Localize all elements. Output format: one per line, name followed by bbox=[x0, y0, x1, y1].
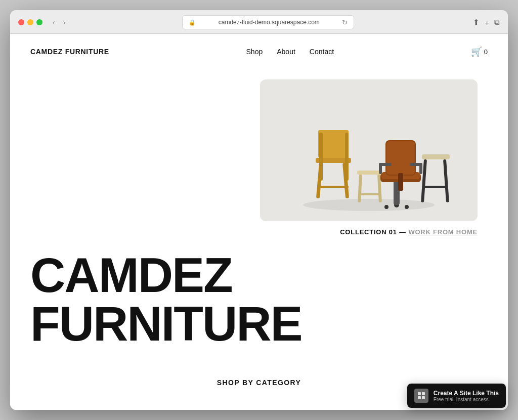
svg-rect-26 bbox=[419, 163, 422, 174]
svg-point-1 bbox=[303, 199, 435, 211]
svg-rect-13 bbox=[359, 193, 380, 195]
big-headline: CAMDEZ FURNITURE bbox=[30, 251, 488, 348]
page-content: CAMDEZ FURNITURE Shop About Contact 🛒 0 bbox=[10, 34, 508, 410]
cart-count: 0 bbox=[484, 48, 488, 56]
svg-rect-32 bbox=[422, 392, 425, 395]
nav-shop[interactable]: Shop bbox=[246, 48, 263, 56]
svg-rect-33 bbox=[418, 396, 421, 399]
lock-icon: 🔒 bbox=[189, 19, 196, 26]
cart-button[interactable]: 🛒 0 bbox=[471, 46, 488, 57]
share-icon[interactable]: ⬆ bbox=[473, 18, 480, 27]
squarespace-logo bbox=[414, 389, 428, 403]
new-tab-icon[interactable]: + bbox=[485, 18, 489, 27]
maximize-button[interactable] bbox=[36, 19, 42, 25]
squarespace-sub-text: Free trial. Instant access. bbox=[434, 397, 499, 402]
svg-rect-31 bbox=[418, 392, 421, 395]
forward-button[interactable]: › bbox=[61, 17, 68, 27]
browser-actions: ⬆ + ⧉ bbox=[473, 18, 500, 27]
svg-rect-34 bbox=[422, 396, 425, 399]
svg-rect-30 bbox=[424, 186, 447, 188]
back-button[interactable]: ‹ bbox=[51, 17, 57, 27]
svg-rect-25 bbox=[379, 163, 382, 174]
duplicate-tab-icon[interactable]: ⧉ bbox=[494, 18, 500, 27]
svg-point-15 bbox=[384, 205, 388, 209]
svg-point-16 bbox=[405, 205, 409, 209]
nav-about[interactable]: About bbox=[277, 48, 295, 56]
collection-section: COLLECTION 01 — WORK FROM HOME bbox=[30, 79, 488, 236]
close-button[interactable] bbox=[18, 19, 24, 25]
browser-chrome: ‹ › 🔒 camdez-fluid-demo.squarespace.com … bbox=[10, 10, 508, 34]
address-bar: 🔒 camdez-fluid-demo.squarespace.com ↻ bbox=[73, 15, 463, 29]
svg-rect-27 bbox=[422, 154, 450, 159]
address-bar-input[interactable]: 🔒 camdez-fluid-demo.squarespace.com ↻ bbox=[182, 15, 354, 29]
squarespace-text-block: Create A Site Like This Free trial. Inst… bbox=[434, 390, 499, 402]
collection-label: COLLECTION 01 — WORK FROM HOME bbox=[340, 228, 478, 236]
traffic-lights bbox=[18, 19, 42, 25]
svg-rect-22 bbox=[398, 173, 403, 191]
squarespace-banner[interactable]: Create A Site Like This Free trial. Inst… bbox=[407, 384, 506, 408]
reload-button[interactable]: ↻ bbox=[342, 19, 348, 26]
squarespace-main-text: Create A Site Like This bbox=[434, 390, 499, 397]
site-logo[interactable]: CAMDEZ FURNITURE bbox=[30, 48, 109, 56]
browser-window: ‹ › 🔒 camdez-fluid-demo.squarespace.com … bbox=[10, 10, 508, 410]
nav-contact[interactable]: Contact bbox=[310, 48, 334, 56]
minimize-button[interactable] bbox=[27, 19, 33, 25]
main-content: COLLECTION 01 — WORK FROM HOME CAMDEZ FU… bbox=[10, 69, 508, 410]
browser-controls: ‹ › bbox=[51, 17, 67, 27]
chairs-illustration bbox=[260, 79, 478, 221]
collection-label-prefix: COLLECTION 01 — bbox=[340, 228, 408, 236]
collection-image[interactable] bbox=[260, 79, 478, 221]
svg-rect-10 bbox=[357, 171, 382, 175]
collection-label-link[interactable]: WORK FROM HOME bbox=[408, 228, 478, 236]
svg-rect-21 bbox=[386, 141, 415, 175]
site-nav: Shop About Contact bbox=[246, 48, 334, 56]
svg-rect-9 bbox=[319, 186, 349, 188]
site-header: CAMDEZ FURNITURE Shop About Contact 🛒 0 bbox=[10, 34, 508, 69]
url-text: camdez-fluid-demo.squarespace.com bbox=[199, 19, 339, 26]
cart-icon: 🛒 bbox=[471, 46, 482, 57]
